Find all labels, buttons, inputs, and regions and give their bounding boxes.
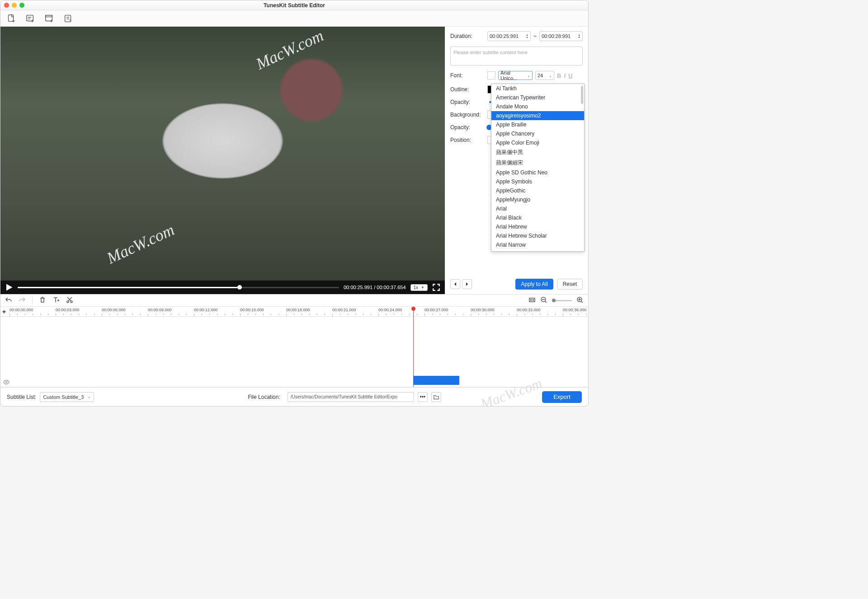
start-time-input[interactable]: 00:00:25:991 ▲▼ <box>487 31 531 41</box>
zoom-slider[interactable] <box>552 300 572 301</box>
font-option[interactable]: AppleMyungjo <box>491 195 584 204</box>
font-option[interactable]: Al Tarikh <box>491 84 584 93</box>
tick: 00:00:00.000 <box>9 307 56 316</box>
subtitle-list-label: Subtitle List: <box>7 394 36 400</box>
subtitle-content-input[interactable]: Please enter subtitle content here <box>450 47 583 66</box>
svg-point-10 <box>5 381 7 383</box>
tick: 00:00:03.000 <box>56 307 102 316</box>
watermark-text: MacW.com <box>253 27 326 74</box>
edit-icon[interactable] <box>63 13 74 24</box>
font-option[interactable]: Arial Rounded MT Bold <box>491 249 584 252</box>
app-window: TunesKit Subtitle Editor MacW.com MacW.c… <box>0 0 589 407</box>
font-color-swatch[interactable] <box>487 71 495 80</box>
progress-fill <box>18 287 240 288</box>
add-text-button[interactable] <box>52 296 60 305</box>
video-panel: MacW.com MacW.com 00:00:25.991 / 00:00:3… <box>0 27 445 294</box>
tick: 00:00:27.000 <box>425 307 471 316</box>
font-option[interactable]: Apple Braille <box>491 120 584 129</box>
font-option[interactable]: American Typewriter <box>491 93 584 102</box>
video-preview[interactable]: MacW.com MacW.com <box>0 27 445 281</box>
tick: 00:00:30.000 <box>471 307 517 316</box>
next-subtitle-button[interactable] <box>462 279 472 289</box>
file-location-value: /Users/mac/Documents/TunesKit Subtitle E… <box>291 394 397 399</box>
tick-marks <box>102 314 148 316</box>
titlebar: TunesKit Subtitle Editor <box>0 0 588 10</box>
import-subtitle-icon[interactable] <box>25 13 36 24</box>
background-label: Background: <box>450 112 485 118</box>
tick-marks <box>471 314 517 316</box>
chevron-down-icon: ⌄ <box>88 395 91 399</box>
edit-toolbar <box>0 294 588 307</box>
font-option[interactable]: Apple Chancery <box>491 129 584 138</box>
cut-button[interactable] <box>66 296 73 305</box>
add-track-icon[interactable] <box>44 13 55 24</box>
file-location-group: File Location: /Users/mac/Documents/Tune… <box>248 392 441 402</box>
edit-toolbar-left <box>5 296 73 305</box>
end-time-input[interactable]: 00:00:28:991 ▲▼ <box>539 31 583 41</box>
file-location-input[interactable]: /Users/mac/Documents/TunesKit Subtitle E… <box>288 392 414 402</box>
undo-button[interactable] <box>5 296 12 305</box>
font-option[interactable]: 蘋果儷細宋 <box>491 158 584 168</box>
font-option[interactable]: Apple SD Gothic Neo <box>491 168 584 177</box>
delete-button[interactable] <box>39 296 46 305</box>
redo-button[interactable] <box>19 296 26 305</box>
underline-button[interactable]: U <box>568 72 572 79</box>
fullscreen-button[interactable] <box>432 283 440 291</box>
font-style-buttons: B I U <box>557 72 572 79</box>
divider <box>32 297 33 304</box>
font-option[interactable]: aoyagireisyosimo2 <box>491 111 584 120</box>
spinner-icon[interactable]: ▲▼ <box>526 33 528 39</box>
subtitle-list-select[interactable]: Custom Subtitle_3 ⌄ <box>40 392 94 402</box>
tick-label: 00:00:12.000 <box>194 308 218 312</box>
reset-button[interactable]: Reset <box>557 279 583 290</box>
font-option[interactable]: Arial Black <box>491 213 584 222</box>
progress-bar[interactable] <box>18 287 339 288</box>
italic-button[interactable]: I <box>564 72 566 79</box>
apply-to-all-button[interactable]: Apply to All <box>515 279 553 290</box>
font-option[interactable]: Arial Narrow <box>491 240 584 249</box>
more-button[interactable]: ••• <box>418 392 428 402</box>
panel-footer: Apply to All Reset <box>450 274 583 290</box>
spinner-icon[interactable]: ▲▼ <box>578 33 580 39</box>
tick-marks <box>194 314 240 316</box>
open-folder-button[interactable] <box>431 392 441 402</box>
subtitle-clip[interactable] <box>413 376 459 385</box>
add-track-button[interactable]: + <box>2 308 6 315</box>
font-option[interactable]: AppleGothic <box>491 186 584 195</box>
progress-knob[interactable] <box>237 285 242 290</box>
tick: 00:00:18.000 <box>286 307 332 316</box>
tick: 00:00:12.000 <box>194 307 240 316</box>
bold-button[interactable]: B <box>557 72 561 79</box>
font-option[interactable]: Arial Hebrew Scholar <box>491 231 584 240</box>
timeline-track[interactable] <box>0 317 588 387</box>
font-family-select[interactable]: Arial Unico... ⌄ <box>498 71 533 80</box>
play-button[interactable] <box>5 283 13 291</box>
speed-selector[interactable]: 1x ▼ <box>410 284 428 291</box>
file-location-label: File Location: <box>248 394 280 400</box>
export-button[interactable]: Export <box>542 391 582 403</box>
maximize-window-button[interactable] <box>19 3 24 8</box>
font-option[interactable]: Apple Color Emoji <box>491 138 584 147</box>
chevron-down-icon: ▼ <box>421 285 425 290</box>
font-option[interactable]: Apple Symbols <box>491 177 584 186</box>
minimize-window-button[interactable] <box>12 3 17 8</box>
font-option[interactable]: Arial Hebrew <box>491 222 584 231</box>
fit-button[interactable] <box>528 296 536 305</box>
playhead[interactable] <box>413 307 414 387</box>
scrollbar-thumb[interactable] <box>581 86 583 104</box>
font-dropdown-list[interactable]: Al TarikhAmerican TypewriterAndale Monoa… <box>491 84 585 252</box>
font-option[interactable]: 蘋果儷中黑 <box>491 147 584 158</box>
close-window-button[interactable] <box>4 3 9 8</box>
tick: 00:00:06.000 <box>102 307 148 316</box>
timeline-ruler[interactable]: + 00:00:00.00000:00:03.00000:00:06.00000… <box>0 307 588 317</box>
zoom-in-button[interactable] <box>576 296 584 305</box>
new-file-icon[interactable] <box>6 13 17 24</box>
font-option[interactable]: Andale Mono <box>491 102 584 111</box>
font-size-select[interactable]: 24 ⌄ <box>535 71 554 80</box>
zoom-out-button[interactable] <box>540 296 547 305</box>
tick: 00:00:33.000 <box>517 307 563 316</box>
font-option[interactable]: Arial <box>491 204 584 213</box>
prev-subtitle-button[interactable] <box>450 279 460 289</box>
visibility-toggle[interactable] <box>3 379 9 387</box>
font-row: Font: Arial Unico... ⌄ 24 ⌄ B I U <box>450 71 583 80</box>
